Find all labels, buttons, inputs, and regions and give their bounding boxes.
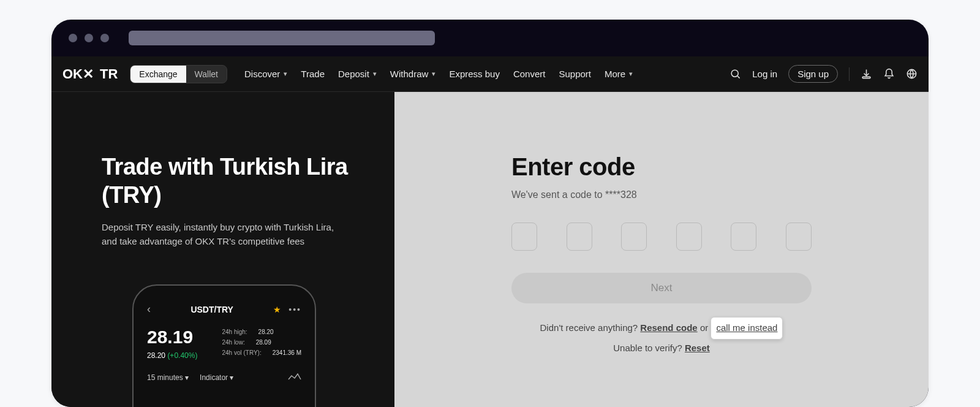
primary-nav: Discover ▾ Trade Deposit ▾ Withdraw ▾ Ex… [244, 69, 721, 79]
sub-price: 28.20 (+0.40%) [147, 351, 197, 360]
code-digit-1[interactable] [511, 223, 537, 251]
hero-panel: Trade with Turkish Lira (TRY) Deposit TR… [51, 92, 394, 407]
code-digit-4[interactable] [676, 223, 702, 251]
pair-label: USDT/TRY [190, 305, 233, 314]
price-change: (+0.40%) [167, 351, 197, 360]
chart-type-icon[interactable] [288, 373, 301, 382]
chevron-down-icon: ▾ [373, 70, 377, 78]
toggle-exchange[interactable]: Exchange [130, 66, 186, 83]
window-controls [69, 34, 109, 42]
main-split: Trade with Turkish Lira (TRY) Deposit TR… [51, 92, 929, 407]
stat-low-label: 24h low: [222, 339, 244, 346]
help-text: Didn't receive anything? Resend code or … [511, 317, 812, 357]
header-right: Log in Sign up [729, 65, 918, 83]
code-digit-5[interactable] [731, 223, 756, 251]
logo-mark: OK✕ [62, 66, 94, 82]
phone-mockup: ‹ USDT/TRY ★ ••• 28.19 28.20 (+0.40%) [132, 284, 316, 407]
chevron-down-icon: ▾ [284, 70, 287, 78]
logo-suffix: TR [100, 66, 118, 82]
site-header: OK✕ TR Exchange Wallet Discover ▾ Trade … [51, 56, 929, 92]
indicator-label: Indicator [200, 373, 228, 382]
resend-link[interactable]: Resend code [640, 322, 697, 333]
verify-title: Enter code [511, 153, 812, 181]
close-dot-icon[interactable] [69, 34, 77, 42]
reset-link[interactable]: Reset [685, 343, 710, 353]
nav-trade[interactable]: Trade [301, 69, 325, 79]
mini-stats: 24h high:28.20 24h low:28.09 24h vol (TR… [222, 327, 301, 358]
hero-title: Trade with Turkish Lira (TRY) [102, 153, 364, 209]
divider [849, 67, 850, 81]
toggle-wallet[interactable]: Wallet [186, 66, 227, 83]
nav-deposit-label: Deposit [338, 69, 369, 79]
signup-button[interactable]: Sign up [788, 65, 838, 83]
nav-withdraw-label: Withdraw [390, 69, 429, 79]
svg-line-1 [737, 76, 740, 78]
back-icon[interactable]: ‹ [147, 303, 151, 316]
code-inputs [511, 223, 812, 251]
svg-point-0 [731, 70, 738, 77]
nav-deposit[interactable]: Deposit ▾ [338, 69, 377, 79]
nav-withdraw[interactable]: Withdraw ▾ [390, 69, 436, 79]
globe-icon[interactable] [906, 68, 918, 80]
nav-express-buy[interactable]: Express buy [449, 69, 500, 79]
stat-vol-label: 24h vol (TRY): [222, 349, 261, 356]
timeframe-select[interactable]: 15 minutes ▾ [147, 373, 189, 382]
minimize-dot-icon[interactable] [85, 34, 93, 42]
verify-subtitle: We've sent a code to ****328 [511, 189, 812, 200]
stat-high: 28.20 [258, 329, 274, 335]
svg-rect-2 [862, 77, 870, 78]
url-bar[interactable] [129, 31, 435, 45]
code-digit-6[interactable] [786, 223, 812, 251]
bell-icon[interactable] [883, 68, 895, 80]
help-line2-pre: Unable to verify? [613, 343, 685, 353]
nav-discover[interactable]: Discover ▾ [244, 69, 287, 79]
chevron-down-icon: ▾ [432, 70, 435, 78]
download-icon[interactable] [861, 68, 872, 80]
stat-vol: 2341.36 M [273, 349, 301, 356]
indicator-select[interactable]: Indicator ▾ [200, 373, 233, 382]
code-digit-2[interactable] [567, 223, 592, 251]
nav-convert[interactable]: Convert [513, 69, 546, 79]
nav-discover-label: Discover [244, 69, 280, 79]
hero-subtitle: Deposit TRY easily, instantly buy crypto… [102, 220, 347, 249]
verify-panel: Enter code We've sent a code to ****328 … [394, 92, 929, 407]
sub-price-value: 28.20 [147, 351, 165, 360]
call-me-button[interactable]: call me instead [710, 317, 783, 340]
zoom-dot-icon[interactable] [100, 34, 109, 42]
login-link[interactable]: Log in [752, 69, 777, 79]
code-digit-3[interactable] [621, 223, 647, 251]
help-line1-pre: Didn't receive anything? [540, 322, 641, 333]
more-icon[interactable]: ••• [288, 305, 301, 314]
logo[interactable]: OK✕ TR [62, 66, 118, 82]
nav-more-label: More [605, 69, 625, 79]
price: 28.19 [147, 327, 197, 348]
nav-more[interactable]: More ▾ [605, 69, 633, 79]
timeframe-label: 15 minutes [147, 373, 183, 382]
next-button[interactable]: Next [511, 273, 812, 303]
nav-support[interactable]: Support [559, 69, 591, 79]
help-line1-mid: or [700, 322, 711, 333]
star-icon[interactable]: ★ [273, 305, 281, 314]
chevron-down-icon: ▾ [629, 70, 633, 78]
search-icon[interactable] [729, 68, 741, 80]
stat-high-label: 24h high: [222, 329, 247, 335]
browser-frame: OK✕ TR Exchange Wallet Discover ▾ Trade … [51, 20, 929, 407]
stat-low: 28.09 [256, 339, 271, 346]
browser-chrome-bar [51, 20, 929, 56]
mode-toggle: Exchange Wallet [130, 65, 227, 83]
